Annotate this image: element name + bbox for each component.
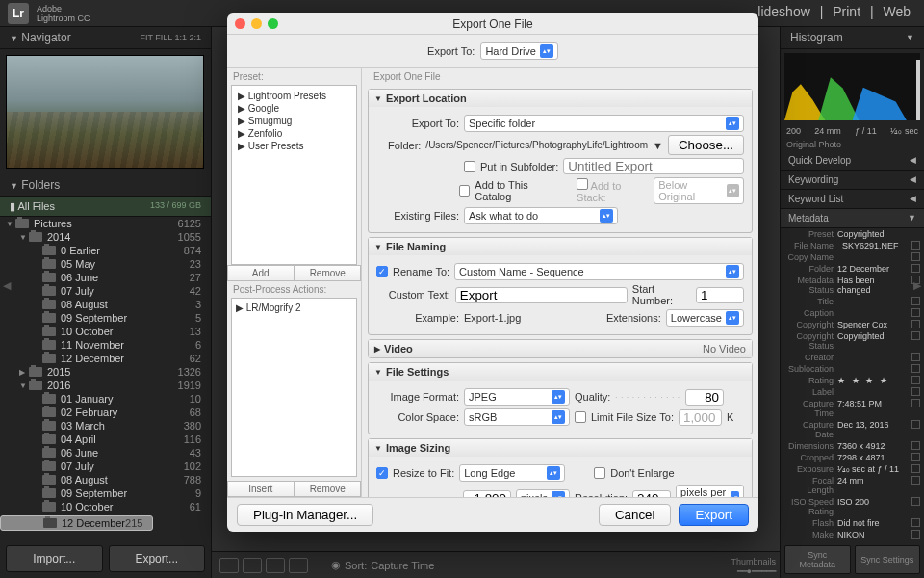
folders-header[interactable]: ▼ Folders (0, 174, 211, 197)
folder-row[interactable]: 07 July102 (0, 460, 211, 473)
folder-row[interactable]: 09 September9 (0, 486, 211, 500)
folder-row[interactable]: 02 February68 (0, 406, 211, 419)
module-picker[interactable]: lideshow | Print | Web (752, 4, 916, 19)
metadata-row[interactable]: Capture Time7:48:51 PM (781, 398, 924, 419)
dialog-titlebar[interactable]: Export One File (227, 13, 758, 35)
choose-folder-button[interactable]: Choose... (668, 135, 744, 155)
post-insert-button[interactable]: Insert (227, 481, 295, 497)
color-space-select[interactable]: sRGB▴▾ (464, 408, 570, 426)
folder-row[interactable]: 08 August3 (0, 298, 211, 311)
navigator-header[interactable]: ▼ Navigator FIT FILL 1:1 2:1 (0, 27, 211, 49)
folder-row[interactable]: 01 January10 (0, 392, 211, 406)
cancel-button[interactable]: Cancel (599, 504, 672, 526)
folder-row[interactable]: 10 October13 (0, 325, 211, 338)
folder-row[interactable]: 12 December215 (0, 515, 153, 531)
minimize-icon[interactable] (251, 18, 262, 29)
navigator-thumbnail[interactable] (6, 55, 204, 169)
metadata-row[interactable]: Exposure¹⁄₄₀ sec at ƒ / 11 (781, 463, 924, 475)
import-button[interactable]: Import... (6, 545, 103, 572)
metadata-row[interactable]: Label (781, 386, 924, 398)
loupe-icon[interactable] (243, 558, 262, 573)
preset-remove-button[interactable]: Remove (295, 265, 362, 281)
start-number-input[interactable] (696, 287, 744, 303)
resize-checkbox[interactable]: ✓ (376, 467, 388, 479)
rename-checkbox[interactable]: ✓ (376, 266, 388, 277)
histogram-header[interactable]: Histogram▼ (781, 27, 924, 49)
plugin-manager-button[interactable]: Plug-in Manager... (237, 504, 373, 526)
dont-enlarge-checkbox[interactable] (594, 467, 605, 479)
metadata-row[interactable]: Caption (781, 307, 924, 319)
export-to-select[interactable]: Hard Drive▴▾ (480, 42, 558, 60)
metadata-row[interactable]: Folder12 December (781, 263, 924, 275)
post-remove-button[interactable]: Remove (295, 481, 362, 497)
folder-row[interactable]: 12 December62 (0, 352, 211, 365)
resolution-input[interactable] (632, 490, 671, 498)
metadata-row[interactable]: Copyright StatusCopyrighted (781, 330, 924, 352)
zoom-icon[interactable] (268, 18, 278, 29)
export-confirm-button[interactable]: Export (679, 504, 749, 526)
metadata-row[interactable]: Sublocation (781, 363, 924, 375)
thumbnail-slider[interactable]: Thumbnails━━●━━━━━ (680, 557, 776, 576)
resize-select[interactable]: Long Edge▴▾ (459, 464, 565, 482)
metadata-row[interactable]: Focal Length24 mm (781, 475, 924, 496)
custom-text-input[interactable] (455, 287, 628, 303)
metadata-row[interactable]: File Name_SKY6291.NEF (781, 240, 924, 251)
subfolder-input[interactable] (563, 158, 744, 174)
metadata-row[interactable]: Dimensions7360 x 4912 (781, 440, 924, 452)
quality-input[interactable] (685, 389, 724, 406)
keyword-list-header[interactable]: Keyword List◀ (781, 190, 924, 209)
folder-row[interactable]: ▼20161919 (0, 379, 211, 392)
image-format-select[interactable]: JPEG▴▾ (464, 388, 570, 406)
metadata-row[interactable]: Metadata StatusHas been changed (781, 275, 924, 296)
metadata-preset[interactable]: PresetCopyrighted (781, 228, 924, 240)
metadata-row[interactable]: Title (781, 296, 924, 307)
folder-row[interactable]: 06 June43 (0, 446, 211, 460)
extensions-select[interactable]: Lowercase▴▾ (666, 309, 744, 327)
folder-row[interactable]: 06 June27 (0, 271, 211, 284)
folder-row[interactable]: 04 April116 (0, 433, 211, 446)
keywording-header[interactable]: Keywording◀ (781, 171, 924, 190)
folder-row[interactable]: ▼20141055 (0, 230, 211, 244)
subfolder-checkbox[interactable] (464, 161, 475, 172)
folder-row[interactable]: 0 Earlier874 (0, 244, 211, 257)
sync-metadata-button[interactable]: Sync Metadata (784, 545, 851, 574)
close-icon[interactable] (235, 18, 245, 29)
folder-row[interactable]: 11 November6 (0, 338, 211, 352)
folder-row[interactable]: 03 March380 (0, 419, 211, 433)
folder-row[interactable]: 07 July42 (0, 284, 211, 298)
metadata-row[interactable]: Capture DateDec 13, 2016 (781, 419, 924, 440)
limit-size-checkbox[interactable] (575, 411, 586, 423)
sort-value[interactable]: Capture Time (371, 560, 434, 571)
add-catalog-checkbox[interactable] (459, 185, 470, 197)
location-export-to-select[interactable]: Specific folder▴▾ (464, 115, 744, 132)
folder-row[interactable]: 05 May23 (0, 257, 211, 271)
metadata-row[interactable]: MakeNIKON CORPORATION (781, 529, 924, 541)
preset-add-button[interactable]: Add (227, 265, 295, 281)
folder-tree[interactable]: ▼Pictures6125▼201410550 Earlier87405 May… (0, 217, 211, 539)
metadata-row[interactable]: ISO Speed RatingISO 200 (781, 496, 924, 517)
post-process-list[interactable]: ▶ LR/Mogrify 2 (231, 298, 357, 478)
folder-row[interactable]: 09 September5 (0, 311, 211, 325)
metadata-row[interactable]: CopyrightSpencer Cox (781, 319, 924, 330)
metadata-header[interactable]: Metadata▼ (781, 209, 924, 228)
quick-develop-header[interactable]: Quick Develop◀ (781, 151, 924, 171)
preset-list[interactable]: ▶ Lightroom Presets▶ Google▶ Smugmug▶ Ze… (231, 85, 357, 265)
folder-row[interactable]: ▶20151326 (0, 365, 211, 379)
all-files-row[interactable]: ▮ All Files133 / 699 GB (0, 197, 211, 217)
folder-row[interactable]: ▼Pictures6125 (0, 217, 211, 230)
metadata-row[interactable]: FlashDid not fire (781, 517, 924, 529)
metadata-row[interactable]: Cropped7298 x 4871 (781, 452, 924, 463)
folder-row[interactable]: 10 October61 (0, 500, 211, 513)
sync-settings-button[interactable]: Sync Settings (855, 545, 921, 574)
existing-files-select[interactable]: Ask what to do▴▾ (464, 207, 618, 224)
compare-icon[interactable] (266, 558, 285, 573)
right-collapse-icon[interactable]: ▶ (913, 279, 921, 292)
metadata-row[interactable]: Rating★ ★ ★ ★ · (781, 375, 924, 386)
export-button[interactable]: Export... (109, 545, 206, 572)
grid-icon[interactable] (219, 558, 239, 573)
folder-row[interactable]: 08 August788 (0, 473, 211, 486)
pixels-input[interactable] (463, 490, 511, 498)
survey-icon[interactable] (289, 558, 308, 573)
metadata-row[interactable]: Creator (781, 352, 924, 363)
left-collapse-icon[interactable]: ◀ (3, 279, 11, 292)
